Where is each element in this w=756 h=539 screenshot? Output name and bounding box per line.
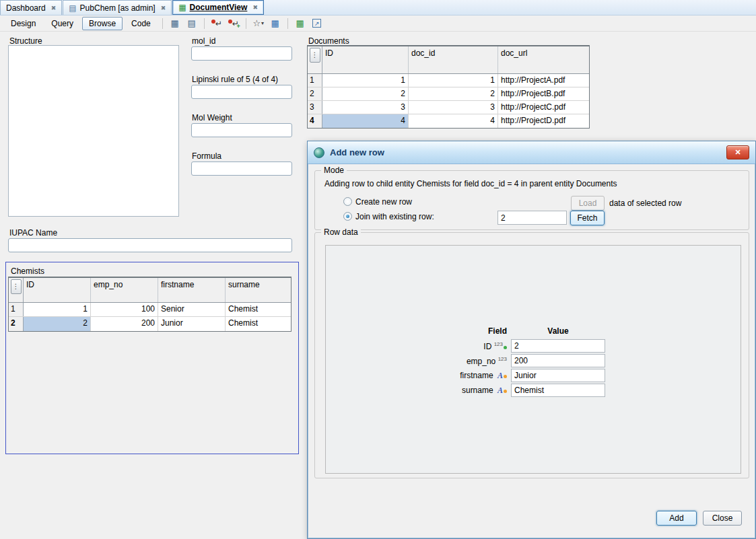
documents-grid-header: ⋮ ID doc_id doc_url <box>308 46 589 74</box>
query-mode-button[interactable]: Query <box>44 17 80 30</box>
structure-label: Structure <box>9 36 42 46</box>
close-button[interactable]: Close <box>703 511 742 526</box>
cell-doc-id[interactable]: 1 <box>409 74 498 87</box>
tab-documentview[interactable]: ▦ DocumentView ✖ <box>172 0 264 15</box>
mol-weight-field[interactable] <box>191 123 292 137</box>
field-label-id: ID 123 <box>427 341 511 351</box>
row-header[interactable]: 3 <box>308 101 322 114</box>
cell-doc-url[interactable]: http://ProjectC.pdf <box>498 101 589 114</box>
column-header-surname[interactable]: surname <box>226 278 291 302</box>
row-header[interactable]: 2 <box>9 317 24 331</box>
field-name: firstname <box>460 371 493 380</box>
cell-id[interactable]: 1 <box>322 74 409 87</box>
text-type-dot-icon <box>504 375 507 378</box>
cell-emp-no[interactable]: 200 <box>91 317 158 331</box>
form-row-id: ID 123 <box>427 338 605 353</box>
column-header-firstname[interactable]: firstname <box>158 278 226 302</box>
table-row[interactable]: 1 1 1 http://ProjectA.pdf <box>308 74 589 87</box>
create-new-row-radio[interactable] <box>343 197 352 206</box>
cell-doc-id[interactable]: 3 <box>409 101 498 114</box>
grid-options-button[interactable]: ⋮ <box>11 279 22 294</box>
firstname-value-input[interactable] <box>511 369 605 382</box>
structure-canvas[interactable] <box>8 45 179 217</box>
add-button[interactable]: Add <box>656 511 697 526</box>
close-tab-icon[interactable]: ✖ <box>51 5 57 11</box>
row-header[interactable]: 1 <box>9 303 24 316</box>
column-header-doc-url[interactable]: doc_url <box>498 46 589 73</box>
cell-surname[interactable]: Chemist <box>226 303 291 316</box>
grid-corner-cell: ⋮ <box>308 46 322 73</box>
cell-id[interactable]: 4 <box>322 114 409 128</box>
column-header-doc-id[interactable]: doc_id <box>409 46 498 73</box>
form-row-surname: surname A <box>427 383 605 398</box>
browse-mode-button[interactable]: Browse <box>82 17 123 30</box>
table-row-selected[interactable]: 2 2 200 Junior Chemist <box>9 317 291 331</box>
cell-emp-no[interactable]: 100 <box>91 303 158 316</box>
grid-search-icon[interactable]: ▦ <box>268 17 283 30</box>
column-header-emp-no[interactable]: emp_no <box>91 278 158 302</box>
table-row[interactable]: 2 2 2 http://ProjectB.pdf <box>308 87 589 101</box>
id-value-input[interactable] <box>511 339 605 353</box>
cell-surname[interactable]: Chemist <box>226 317 291 331</box>
cell-id[interactable]: 1 <box>24 303 91 316</box>
iupac-name-field[interactable] <box>8 238 292 252</box>
mol-id-field[interactable] <box>191 46 292 61</box>
row-data-form: Field Value ID 123 emp_no 123 <box>427 324 605 398</box>
tab-dashboard[interactable]: Dashboard ✖ <box>0 0 62 15</box>
integer-type-icon: 123 <box>498 356 507 362</box>
dialog-app-icon <box>314 147 324 158</box>
chemists-grid: ⋮ ID emp_no firstname surname 1 1 100 Se… <box>8 277 291 332</box>
cell-id[interactable]: 3 <box>322 101 409 114</box>
row-header[interactable]: 2 <box>308 87 322 100</box>
iupac-name-label: IUPAC Name <box>9 228 57 238</box>
row-header[interactable]: 1 <box>308 74 322 87</box>
design-mode-button[interactable]: Design <box>4 17 42 30</box>
surname-value-input[interactable] <box>511 384 605 397</box>
close-tab-icon[interactable]: ✖ <box>252 4 258 11</box>
goto-parent-record-icon[interactable]: ↵ <box>209 17 224 30</box>
toolbar: Design Query Browse Code ▦ ▤ ↵ ↵+ ☆▾ ▦ ▦… <box>0 15 756 32</box>
formula-field[interactable] <box>191 161 292 176</box>
tab-label: PubChem [as admin] <box>80 3 156 13</box>
row-header[interactable]: 4 <box>308 114 322 128</box>
dialog-titlebar[interactable]: Add new row ✕ <box>308 141 755 164</box>
form-row-emp-no: emp_no 123 <box>427 353 605 368</box>
column-header-id[interactable]: ID <box>24 278 91 302</box>
close-tab-icon[interactable]: ✖ <box>161 5 166 11</box>
mode-group-title: Mode <box>321 166 347 175</box>
join-existing-row-radio[interactable] <box>343 212 352 221</box>
cell-doc-url[interactable]: http://ProjectD.pdf <box>498 114 589 128</box>
text-type-dot-icon <box>504 390 507 393</box>
cell-firstname[interactable]: Senior <box>158 303 226 316</box>
cell-doc-id[interactable]: 4 <box>409 114 498 128</box>
cell-id[interactable]: 2 <box>322 87 409 100</box>
table-row-selected[interactable]: 4 4 4 http://ProjectD.pdf <box>308 114 589 128</box>
table-row[interactable]: 3 3 3 http://ProjectC.pdf <box>308 101 589 114</box>
cell-id[interactable]: 2 <box>24 317 91 331</box>
column-header-id[interactable]: ID <box>322 46 409 73</box>
cell-doc-id[interactable]: 2 <box>409 87 498 100</box>
lipinski-field[interactable] <box>191 85 292 99</box>
table-row[interactable]: 1 1 100 Senior Chemist <box>9 303 291 317</box>
load-button[interactable]: Load <box>571 196 605 211</box>
cell-doc-url[interactable]: http://ProjectA.pdf <box>498 74 589 87</box>
export-icon[interactable]: ↗ <box>310 17 324 30</box>
emp-no-value-input[interactable] <box>511 354 605 367</box>
form-view-icon[interactable]: ▦ <box>168 17 182 30</box>
code-mode-button[interactable]: Code <box>125 17 158 30</box>
grid-options-button[interactable]: ⋮ <box>310 48 320 63</box>
tab-pubchem[interactable]: ▤ PubChem [as admin] ✖ <box>63 0 172 15</box>
add-child-record-icon[interactable]: ↵+ <box>226 17 241 30</box>
dialog-close-icon[interactable]: ✕ <box>726 145 749 159</box>
layout-icon[interactable]: ▦ <box>293 17 308 30</box>
formula-label: Formula <box>192 151 221 161</box>
cell-firstname[interactable]: Junior <box>158 317 226 331</box>
favorites-icon[interactable]: ☆▾ <box>251 17 266 30</box>
join-row-id-input[interactable] <box>497 211 567 225</box>
dialog-title: Add new row <box>330 147 384 157</box>
fetch-button[interactable]: Fetch <box>570 211 605 225</box>
table-view-icon[interactable]: ▤ <box>184 17 199 30</box>
cell-doc-url[interactable]: http://ProjectB.pdf <box>498 87 589 100</box>
table-grid-icon: ▦ <box>178 3 186 11</box>
mol-id-label: mol_id <box>192 36 215 46</box>
